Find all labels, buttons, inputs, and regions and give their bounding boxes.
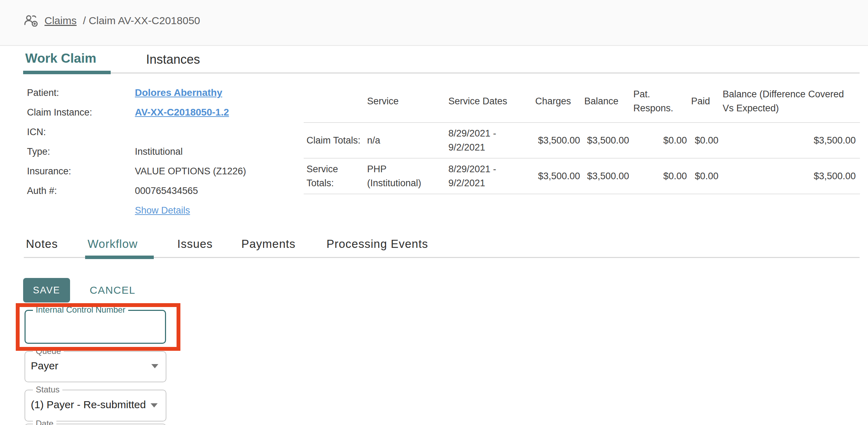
info-row-icn: ICN: — [27, 125, 272, 139]
internal-control-number-label: Internal Control Number — [33, 305, 128, 315]
patient-link[interactable]: Dolores Abernathy — [135, 86, 222, 100]
cell-row-label: Claim Totals: — [304, 123, 364, 158]
date-label: Date — [33, 419, 56, 425]
queue-value: Payer — [31, 360, 58, 372]
chevron-down-icon — [151, 364, 158, 368]
tab-notes[interactable]: Notes — [26, 237, 58, 251]
patient-label: Patient: — [27, 86, 129, 100]
cancel-button[interactable]: CANCEL — [90, 284, 136, 296]
auth-number-label: Auth #: — [27, 184, 129, 198]
group-add-icon — [24, 15, 38, 27]
breadcrumb-current: / Claim AV-XX-C2018050 — [83, 15, 200, 27]
header-balance-difference: Balance (Difference Covered Vs Expected) — [720, 80, 860, 123]
header-paid: Paid — [688, 80, 720, 123]
claim-instance-label: Claim Instance: — [27, 105, 129, 119]
info-row-insurance: Insurance: VALUE OPTIONS (Z1226) — [27, 164, 272, 178]
breadcrumb-claims-link[interactable]: Claims — [44, 15, 77, 27]
info-row-type: Type: Institutional — [27, 145, 272, 159]
header-pat-respons: Pat. Respons. — [631, 80, 688, 123]
tab-issues[interactable]: Issues — [177, 237, 213, 251]
header-charges: Charges — [532, 80, 581, 123]
tab-work-claim[interactable]: Work Claim — [25, 51, 96, 66]
cell-pat-respons: $0.00 — [631, 158, 688, 194]
cell-balance-difference: $3,500.00 — [720, 158, 860, 194]
info-row-patient: Patient: Dolores Abernathy — [27, 86, 272, 100]
header-service-dates: Service Dates — [446, 80, 532, 123]
cell-charges: $3,500.00 — [532, 158, 581, 194]
tab-instances[interactable]: Instances — [146, 52, 200, 67]
status-label: Status — [33, 385, 62, 395]
tab-processing-events[interactable]: Processing Events — [326, 237, 428, 251]
top-bar: Claims / Claim AV-XX-C2018050 — [0, 0, 868, 46]
status-value: (1) Payer - Re-submitted — [31, 399, 149, 411]
breadcrumb: Claims / Claim AV-XX-C2018050 — [24, 15, 200, 27]
type-label: Type: — [27, 145, 129, 159]
header-balance: Balance — [581, 80, 631, 123]
table-row-service-totals: Service Totals: PHP (Institutional) 8/29… — [304, 158, 860, 194]
cell-pat-respons: $0.00 — [631, 123, 688, 158]
queue-label: Queue — [33, 346, 64, 356]
main-tabs-divider — [24, 72, 860, 74]
tab-payments[interactable]: Payments — [241, 237, 296, 251]
cell-balance-difference: $3,500.00 — [720, 123, 860, 158]
save-button[interactable]: SAVE — [23, 278, 70, 302]
header-rowlabel — [304, 80, 364, 123]
claim-instance-link[interactable]: AV-XX-C2018050-1.2 — [135, 105, 229, 119]
cell-balance: $3,500.00 — [581, 158, 631, 194]
cell-service-dates: 8/29/2021 - 9/2/2021 — [446, 158, 532, 194]
cell-service: PHP (Institutional) — [364, 158, 446, 194]
cell-row-label: Service Totals: — [304, 158, 364, 194]
main-tab-active-indicator — [23, 71, 111, 74]
info-row-auth: Auth #: 000765434565 — [27, 184, 272, 198]
claim-totals-table: Service Service Dates Charges Balance Pa… — [304, 80, 860, 194]
cell-service: n/a — [364, 123, 446, 158]
info-row-show-details: Show Details — [27, 203, 272, 217]
tab-workflow[interactable]: Workflow — [88, 237, 138, 251]
insurance-label: Insurance: — [27, 164, 129, 178]
table-header-row: Service Service Dates Charges Balance Pa… — [304, 80, 860, 123]
auth-number-value: 000765434565 — [135, 184, 198, 198]
header-service: Service — [364, 80, 446, 123]
info-row-claim-instance: Claim Instance: AV-XX-C2018050-1.2 — [27, 105, 272, 119]
cell-paid: $0.00 — [688, 158, 720, 194]
type-value: Institutional — [135, 145, 183, 159]
sub-tab-active-indicator — [85, 256, 154, 259]
insurance-value: VALUE OPTIONS (Z1226) — [135, 164, 246, 178]
cell-charges: $3,500.00 — [532, 123, 581, 158]
show-details-link[interactable]: Show Details — [135, 203, 190, 217]
internal-control-number-input[interactable] — [30, 315, 160, 338]
table-row-claim-totals: Claim Totals: n/a 8/29/2021 - 9/2/2021 $… — [304, 123, 860, 158]
chevron-down-icon — [151, 403, 158, 407]
cell-paid: $0.00 — [688, 123, 720, 158]
cell-service-dates: 8/29/2021 - 9/2/2021 — [446, 123, 532, 158]
icn-label: ICN: — [27, 125, 129, 139]
cell-balance: $3,500.00 — [581, 123, 631, 158]
